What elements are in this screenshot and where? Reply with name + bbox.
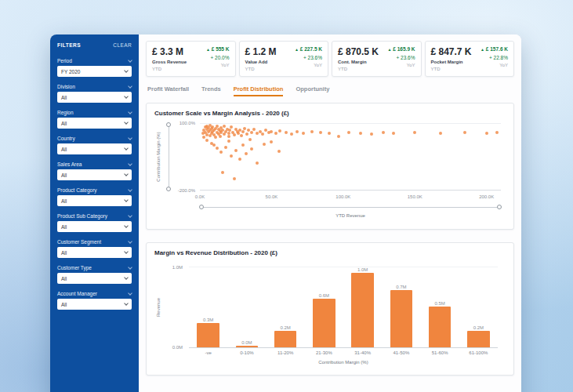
bar-column: 0.2M	[267, 267, 305, 347]
country-dropdown[interactable]: All	[57, 143, 132, 154]
scatter-point[interactable]	[230, 154, 233, 158]
scatter-point[interactable]	[270, 130, 273, 133]
scatter-point[interactable]	[252, 128, 256, 131]
x-axis-range-slider[interactable]	[200, 205, 501, 211]
slider-handle-top[interactable]	[166, 122, 171, 127]
collapse-chevron-icon[interactable]	[128, 239, 132, 244]
scatter-point[interactable]	[216, 147, 219, 150]
scatter-point[interactable]	[250, 147, 253, 151]
product-sub-category-dropdown[interactable]: All	[57, 221, 132, 232]
collapse-chevron-icon[interactable]	[128, 187, 132, 192]
scatter-point[interactable]	[256, 162, 259, 165]
bar-column: 0.3M	[189, 267, 227, 347]
slider-handle-right[interactable]	[497, 205, 502, 209]
scatter-point[interactable]	[227, 135, 230, 138]
scatter-point[interactable]	[205, 139, 209, 142]
region-dropdown[interactable]: All	[57, 118, 132, 129]
tab-opportunity[interactable]: Opportunity	[296, 85, 329, 96]
scatter-point[interactable]	[219, 151, 223, 154]
scatter-point[interactable]	[359, 132, 362, 135]
bar[interactable]	[274, 331, 297, 347]
scatter-point[interactable]	[230, 125, 233, 129]
scatter-point[interactable]	[238, 158, 241, 161]
scatter-point[interactable]	[382, 131, 385, 134]
scatter-point[interactable]	[278, 129, 281, 132]
bar[interactable]	[390, 290, 413, 347]
tab-trends[interactable]: Trends	[201, 85, 221, 96]
customer-type-dropdown[interactable]: All	[57, 273, 132, 284]
scatter-point[interactable]	[285, 131, 288, 134]
scatter-point[interactable]	[223, 132, 226, 136]
scatter-point[interactable]	[261, 132, 264, 136]
bar-category-labels: -ve0-10%11-20%21-30%31-40%41-50%51-60%61…	[189, 350, 498, 355]
scatter-point[interactable]	[370, 132, 373, 136]
filter-label: Country	[57, 136, 75, 141]
collapse-chevron-icon[interactable]	[128, 291, 132, 296]
scatter-point[interactable]	[233, 177, 236, 180]
bar[interactable]	[236, 346, 259, 347]
scatter-point[interactable]	[248, 138, 252, 141]
scatter-point[interactable]	[274, 132, 277, 135]
scatter-point[interactable]	[347, 131, 350, 134]
scatter-point[interactable]	[216, 125, 219, 128]
scatter-point[interactable]	[319, 131, 322, 134]
scatter-point[interactable]	[227, 140, 230, 143]
division-dropdown[interactable]: All	[57, 92, 132, 103]
customer-segment-dropdown[interactable]: All	[57, 247, 132, 258]
product-category-dropdown[interactable]: All	[57, 195, 132, 206]
scatter-point[interactable]	[240, 134, 243, 137]
collapse-chevron-icon[interactable]	[128, 213, 132, 218]
tab-profit-waterfall[interactable]: Profit Waterfall	[147, 85, 189, 96]
scatter-point[interactable]	[413, 131, 416, 134]
scatter-point[interactable]	[290, 132, 293, 136]
scatter-point[interactable]	[234, 149, 238, 152]
scatter-point[interactable]	[219, 135, 222, 138]
up-triangle-icon: ▲	[206, 47, 210, 52]
scatter-point[interactable]	[277, 150, 281, 153]
scatter-point[interactable]	[243, 127, 246, 130]
scatter-point[interactable]	[250, 131, 253, 134]
period-dropdown[interactable]: FY 2020	[57, 66, 132, 77]
scatter-point[interactable]	[245, 132, 248, 136]
bar[interactable]	[197, 323, 219, 347]
account-manager-dropdown[interactable]: All	[57, 299, 132, 310]
bar[interactable]	[429, 307, 452, 347]
sales-area-dropdown[interactable]: All	[57, 169, 132, 180]
scatter-point[interactable]	[463, 131, 466, 134]
collapse-chevron-icon[interactable]	[128, 84, 132, 89]
bar[interactable]	[467, 331, 490, 347]
scatter-point[interactable]	[392, 132, 395, 135]
scatter-point[interactable]	[328, 132, 331, 135]
scatter-point[interactable]	[485, 132, 488, 135]
scatter-point[interactable]	[221, 171, 224, 174]
tab-profit-distribution[interactable]: Profit Distribution	[234, 85, 284, 96]
scatter-point[interactable]	[337, 135, 340, 138]
slider-handle-bottom[interactable]	[166, 187, 171, 191]
collapse-chevron-icon[interactable]	[128, 265, 132, 270]
slider-handle-left[interactable]	[199, 205, 204, 209]
scatter-point[interactable]	[241, 130, 245, 133]
collapse-chevron-icon[interactable]	[128, 136, 132, 140]
scatter-point[interactable]	[245, 152, 248, 155]
collapse-chevron-icon[interactable]	[128, 162, 132, 166]
scatter-point[interactable]	[302, 132, 305, 135]
scatter-point[interactable]	[439, 132, 442, 135]
scatter-point[interactable]	[241, 143, 245, 147]
collapse-chevron-icon[interactable]	[128, 110, 132, 114]
y-axis-range-slider[interactable]	[165, 123, 172, 191]
scatter-point[interactable]	[296, 130, 299, 133]
bar-value-label: 0.5M	[434, 301, 444, 306]
bar[interactable]	[313, 299, 335, 347]
scatter-point[interactable]	[209, 134, 212, 137]
scatter-point[interactable]	[263, 143, 266, 146]
bar[interactable]	[351, 273, 374, 347]
scatter-point[interactable]	[270, 140, 273, 143]
scatter-point[interactable]	[224, 146, 227, 149]
filter-label: Product Category	[57, 187, 97, 193]
scatter-point[interactable]	[310, 130, 314, 133]
scatter-point[interactable]	[495, 131, 499, 134]
scatter-point[interactable]	[233, 133, 236, 136]
collapse-chevron-icon[interactable]	[128, 58, 132, 63]
scatter-point[interactable]	[214, 136, 217, 139]
clear-filters-button[interactable]: CLEAR	[113, 42, 132, 48]
